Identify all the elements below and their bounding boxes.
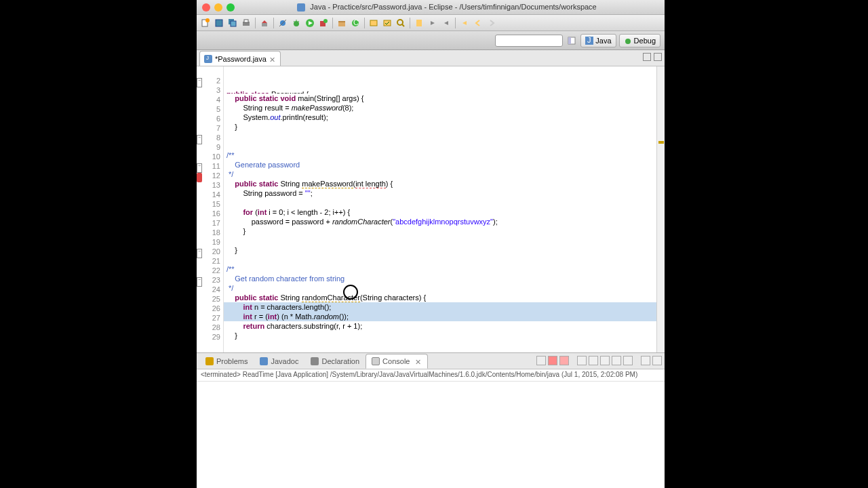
quick-access-input[interactable] [495,35,563,47]
declaration-tab[interactable]: Declaration [304,354,366,369]
minimize-window-button[interactable] [214,3,222,12]
code-line[interactable] [224,141,656,150]
code-line[interactable]: Generate password [224,160,656,169]
editor-area: *Password.java ✕ −−−−− 12345678910111213… [197,50,665,352]
open-console-button[interactable] [623,356,633,365]
code-line[interactable]: } [224,122,656,131]
terminate-button[interactable] [536,356,546,365]
code-line[interactable]: } [224,226,656,236]
window-title: Java - Practice/src/Password.java - Ecli… [235,3,659,12]
save-all-button[interactable] [226,17,239,29]
prev-annotation-button[interactable] [440,17,452,29]
javadoc-icon [260,357,268,365]
svg-line-24 [402,24,404,26]
code-line[interactable]: /** [224,264,656,274]
nav-back-button[interactable] [472,17,484,29]
code-line[interactable]: String result = makePassword(8); [224,103,656,113]
maximize-view-button[interactable] [654,53,662,61]
svg-line-13 [298,21,299,22]
svg-rect-4 [231,21,236,26]
code-line[interactable]: public static String makePassword(int le… [224,179,656,188]
code-line[interactable]: System.out.println(result); [224,113,656,122]
code-line[interactable]: String password = ""; [224,188,656,198]
console-tab[interactable]: Console✕ [366,354,428,369]
console-icon [372,357,380,365]
minimize-panel-button[interactable] [641,356,650,365]
declaration-icon [311,357,319,365]
editor-tab-bar: *Password.java ✕ [197,50,665,66]
console-status: <terminated> ReadTime [Java Application]… [197,369,665,382]
javadoc-tab[interactable]: Javadoc [254,354,304,369]
skip-breakpoints-button[interactable] [277,17,289,29]
code-line[interactable]: } [224,331,656,340]
problems-tab[interactable]: Problems [199,354,254,369]
code-line[interactable] [224,340,656,350]
code-line[interactable] [224,198,656,207]
code-line[interactable] [224,350,656,352]
marker-ruler[interactable]: −−−−− [197,66,203,352]
overview-ruler[interactable] [656,66,665,352]
code-line[interactable]: */ [224,169,656,179]
code-line[interactable]: for (int i = 0; i < length - 2; i++) { [224,207,656,217]
zoom-window-button[interactable] [226,3,235,12]
nav-forward-button[interactable] [486,17,498,29]
java-perspective-button[interactable]: JJava [580,34,616,47]
java-file-icon [297,3,305,12]
run-external-button[interactable] [317,17,330,29]
remove-all-button[interactable] [559,356,569,365]
code-line[interactable] [224,236,656,245]
titlebar: Java - Practice/src/Password.java - Ecli… [197,0,665,15]
remove-launch-button[interactable] [548,356,557,365]
code-line[interactable]: int n = characters.length(); [224,302,656,312]
debug-button[interactable] [290,17,302,29]
scroll-lock-button[interactable] [589,356,598,365]
display-console-button[interactable] [612,356,621,365]
code-line[interactable]: public static void main(String[] args) { [224,94,656,103]
code-line[interactable]: return characters.substring(r, r + 1); [224,321,656,331]
close-tab-icon[interactable]: ✕ [269,56,276,62]
open-perspective-button[interactable] [566,35,578,47]
eclipse-window: Java - Practice/src/Password.java - Ecli… [197,0,665,488]
main-toolbar: C [197,15,665,31]
console-output[interactable] [197,382,665,488]
code-line[interactable]: public static String randomCharacter(Str… [224,293,656,302]
close-window-button[interactable] [202,3,210,12]
code-line[interactable]: */ [224,283,656,293]
code-line[interactable]: } [224,245,656,255]
code-line[interactable] [224,255,656,264]
line-number-gutter[interactable]: 1234567891011121314151617181920212223242… [203,66,224,352]
code-line[interactable]: /** [224,150,656,160]
save-button[interactable] [213,17,225,29]
print-button[interactable] [240,17,252,29]
code-content[interactable]: public class Password { public static vo… [224,66,656,352]
code-line[interactable] [224,131,656,141]
svg-point-23 [397,20,403,25]
clear-console-button[interactable] [577,356,587,365]
svg-rect-18 [338,21,345,22]
pin-console-button[interactable] [600,356,610,365]
close-console-icon[interactable]: ✕ [415,358,422,365]
next-annotation-button[interactable] [427,17,439,29]
svg-point-1 [205,18,210,22]
new-button[interactable] [199,17,212,29]
open-type-button[interactable] [368,17,380,29]
code-line[interactable]: int r = (int) (n * Math.random()); [224,312,656,321]
editor-tab-label: *Password.java [215,55,267,63]
warning-marker[interactable] [658,141,664,144]
svg-rect-7 [262,23,267,26]
new-package-button[interactable] [336,17,348,29]
code-line[interactable]: Get random character from string [224,274,656,283]
maximize-panel-button[interactable] [652,356,662,365]
build-button[interactable] [258,17,271,29]
open-task-button[interactable] [381,17,393,29]
code-line[interactable]: password = password + randomCharacter("a… [224,217,656,226]
search-button[interactable] [395,17,407,29]
editor-tab-password[interactable]: *Password.java ✕ [199,51,281,66]
minimize-view-button[interactable] [643,53,651,61]
run-button[interactable] [304,17,316,29]
debug-perspective-button[interactable]: Debug [619,34,660,47]
toggle-mark-button[interactable] [413,17,425,29]
code-editor[interactable]: −−−−− 1234567891011121314151617181920212… [197,66,665,352]
last-edit-button[interactable] [458,17,471,29]
new-class-button[interactable]: C [349,17,361,29]
